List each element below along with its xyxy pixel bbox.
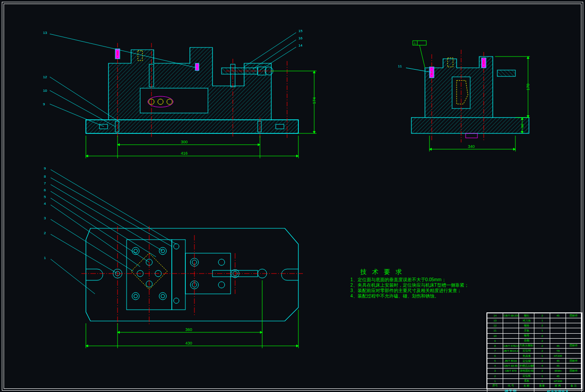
svg-text:170: 170 xyxy=(526,84,530,90)
svg-rect-102 xyxy=(497,70,515,76)
bom-row: 8GB/T 5782-86六角头螺栓 M6×30245国标件 xyxy=(487,343,582,348)
svg-text:⊥: ⊥ xyxy=(413,41,416,45)
bom-row: 9垫圈2 xyxy=(487,338,582,343)
svg-rect-15 xyxy=(195,63,199,71)
svg-rect-103 xyxy=(466,133,477,138)
side-section-view: 340 170 36 ⊥ xyxy=(406,41,530,151)
svg-line-120 xyxy=(420,45,425,68)
svg-point-64 xyxy=(174,298,179,303)
svg-line-42 xyxy=(50,34,197,68)
svg-text:174: 174 xyxy=(312,97,316,104)
svg-rect-97 xyxy=(411,118,529,133)
svg-point-69 xyxy=(218,259,225,265)
technical-requirements: 技 术 要 求 1、定位面与底面的垂直度误差不大于0.05mm； 2、夹具在机床… xyxy=(350,269,469,299)
bom-row: 13对刀块1 xyxy=(487,318,582,323)
front-section-view: 300 416 174 xyxy=(50,33,316,158)
svg-text:36: 36 xyxy=(520,124,524,128)
svg-line-44 xyxy=(253,40,296,69)
svg-line-96 xyxy=(51,259,95,294)
svg-point-56 xyxy=(134,294,137,298)
svg-line-90 xyxy=(51,184,163,251)
bom-row: 7JB/T 8014.2-95定位销2T8 xyxy=(487,348,582,353)
svg-line-43 xyxy=(244,33,296,67)
bom-row: 3GB/T 879弹性圆柱销265Mn国标件 xyxy=(487,368,582,373)
bom-row: 2定位板145 xyxy=(487,373,582,378)
svg-line-40 xyxy=(50,90,115,127)
leader-side: 11 xyxy=(398,64,402,68)
svg-point-55 xyxy=(132,293,139,300)
svg-point-70 xyxy=(218,282,225,288)
bom-row: 6夹具体1HT200 xyxy=(487,354,582,359)
svg-text:300: 300 xyxy=(181,140,188,144)
svg-line-91 xyxy=(51,191,156,257)
svg-line-45 xyxy=(260,47,296,70)
svg-line-89 xyxy=(51,178,172,246)
bom-row: 5JB/T 8016定位键245国标件 xyxy=(487,359,582,364)
svg-line-41 xyxy=(50,104,104,127)
bom-table: 14GB/T 68-2000螺钉245国标件13对刀块112螺栓211压板110… xyxy=(487,313,582,392)
svg-line-88 xyxy=(51,170,176,244)
bom-row: 1底板1HT200 xyxy=(487,378,582,383)
svg-rect-6 xyxy=(140,88,208,113)
title-block: 14GB/T 68-2000螺钉245国标件13对刀块112螺栓211压板110… xyxy=(486,312,582,389)
svg-line-93 xyxy=(51,205,140,267)
bom-row: 14GB/T 68-2000螺钉245国标件 xyxy=(487,313,582,318)
svg-rect-5 xyxy=(276,124,284,129)
svg-line-94 xyxy=(51,219,133,271)
bom-row: 4GB/T 68-85开槽沉头螺钉445 xyxy=(487,364,582,368)
tech-req-title: 技 术 要 求 xyxy=(350,269,414,274)
plan-view: 360 430 xyxy=(51,170,303,348)
svg-text:416: 416 xyxy=(181,151,188,156)
svg-text:430: 430 xyxy=(185,341,192,345)
svg-text:360: 360 xyxy=(185,327,192,332)
svg-point-58 xyxy=(161,294,165,298)
svg-point-57 xyxy=(159,293,166,300)
svg-line-92 xyxy=(51,198,149,262)
svg-point-63 xyxy=(174,244,179,249)
bom-row: 11压板1 xyxy=(487,328,582,333)
bom-row: 10螺母2 xyxy=(487,333,582,338)
svg-point-52 xyxy=(134,249,137,253)
bom-row: 12螺栓2 xyxy=(487,323,582,328)
svg-text:340: 340 xyxy=(468,144,475,149)
